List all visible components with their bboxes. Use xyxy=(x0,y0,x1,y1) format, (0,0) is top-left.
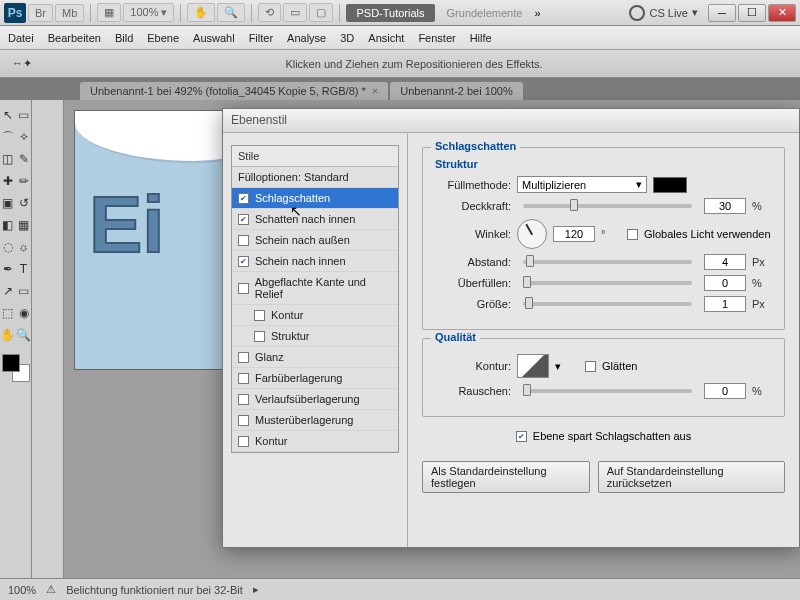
zoom-select[interactable]: 100% ▾ xyxy=(123,3,174,22)
glatten-checkbox[interactable] xyxy=(585,361,596,372)
checkbox-icon[interactable] xyxy=(254,310,265,321)
path-tool[interactable]: ↗ xyxy=(0,280,16,302)
abstand-input[interactable]: 4 xyxy=(704,254,746,270)
workspace-more[interactable]: » xyxy=(534,7,540,19)
grosse-input[interactable]: 1 xyxy=(704,296,746,312)
checkbox-icon[interactable] xyxy=(238,283,249,294)
screen-mode-icon[interactable]: ▢ xyxy=(309,3,333,22)
checkbox-icon[interactable] xyxy=(238,193,249,204)
rauschen-slider[interactable] xyxy=(523,389,692,393)
checkbox-icon[interactable] xyxy=(238,235,249,246)
heal-tool[interactable]: ✚ xyxy=(0,170,16,192)
close-icon[interactable]: × xyxy=(372,85,378,97)
style-schein-aussen[interactable]: Schein nach außen xyxy=(232,230,398,251)
checkbox-icon[interactable] xyxy=(238,256,249,267)
style-fulloptions[interactable]: Fülloptionen: Standard xyxy=(232,167,398,188)
zoom-tool[interactable]: 🔍 xyxy=(16,324,32,346)
menu-ebene[interactable]: Ebene xyxy=(147,32,179,44)
pen-tool[interactable]: ✒ xyxy=(0,258,16,280)
wand-tool[interactable]: ✧ xyxy=(16,126,32,148)
uberfullen-input[interactable]: 0 xyxy=(704,275,746,291)
style-kontur-sub[interactable]: Kontur xyxy=(232,305,398,326)
hand-tool[interactable]: ✋ xyxy=(0,324,16,346)
mini-bridge-button[interactable]: Mb xyxy=(55,4,84,22)
style-farbuberlagerung[interactable]: Farbüberlagerung xyxy=(232,368,398,389)
style-struktur-sub[interactable]: Struktur xyxy=(232,326,398,347)
document-tab-2[interactable]: Unbenannt-2 bei 100% xyxy=(390,82,523,100)
checkbox-icon[interactable] xyxy=(254,331,265,342)
abstand-slider[interactable] xyxy=(523,260,692,264)
window-maximize-button[interactable]: ☐ xyxy=(738,4,766,22)
eraser-tool[interactable]: ◧ xyxy=(0,214,16,236)
eyedropper-tool[interactable]: ✎ xyxy=(16,148,32,170)
menu-auswahl[interactable]: Auswahl xyxy=(193,32,235,44)
checkbox-icon[interactable] xyxy=(238,352,249,363)
rotate-icon[interactable]: ⟲ xyxy=(258,3,281,22)
document-tab-1[interactable]: Unbenannt-1 bei 492% (fotolia_34045 Kopi… xyxy=(80,82,388,100)
checkbox-icon[interactable] xyxy=(238,415,249,426)
chevron-down-icon[interactable]: ▾ xyxy=(555,360,561,373)
lasso-tool[interactable]: ⌒ xyxy=(0,126,16,148)
knockout-checkbox[interactable] xyxy=(516,431,527,442)
shape-tool[interactable]: ▭ xyxy=(16,280,32,302)
style-glanz[interactable]: Glanz xyxy=(232,347,398,368)
menu-bearbeiten[interactable]: Bearbeiten xyxy=(48,32,101,44)
hand-icon[interactable]: ✋ xyxy=(187,3,215,22)
menu-datei[interactable]: Datei xyxy=(8,32,34,44)
arrange-icon[interactable]: ▭ xyxy=(283,3,307,22)
make-default-button[interactable]: Als Standardeinstellung festlegen xyxy=(422,461,590,493)
type-tool[interactable]: T xyxy=(16,258,32,280)
global-light-checkbox[interactable] xyxy=(627,229,638,240)
fullmethode-select[interactable]: Multiplizieren▾ xyxy=(517,176,647,193)
checkbox-icon[interactable] xyxy=(238,436,249,447)
menu-filter[interactable]: Filter xyxy=(249,32,273,44)
3d-cam-tool[interactable]: ◉ xyxy=(16,302,32,324)
zoom-icon[interactable]: 🔍 xyxy=(217,3,245,22)
style-bevel[interactable]: Abgeflachte Kante und Relief xyxy=(232,272,398,305)
crop-tool[interactable]: ◫ xyxy=(0,148,16,170)
deckkraft-slider[interactable] xyxy=(523,204,692,208)
menu-bild[interactable]: Bild xyxy=(115,32,133,44)
history-brush-tool[interactable]: ↺ xyxy=(16,192,32,214)
move-tool[interactable]: ↖ xyxy=(0,104,16,126)
shadow-color-chip[interactable] xyxy=(653,177,687,193)
bridge-button[interactable]: Br xyxy=(28,4,53,22)
status-dropdown-icon[interactable]: ▸ xyxy=(253,583,259,596)
reset-default-button[interactable]: Auf Standardeinstellung zurücksetzen xyxy=(598,461,785,493)
window-minimize-button[interactable]: ─ xyxy=(708,4,736,22)
style-kontur[interactable]: Kontur xyxy=(232,431,398,452)
rauschen-input[interactable]: 0 xyxy=(704,383,746,399)
deckkraft-input[interactable]: 30 xyxy=(704,198,746,214)
color-swatches[interactable] xyxy=(2,354,30,382)
style-schein-innen[interactable]: Schein nach innen xyxy=(232,251,398,272)
checkbox-icon[interactable] xyxy=(238,394,249,405)
checkbox-icon[interactable] xyxy=(238,373,249,384)
status-zoom[interactable]: 100% xyxy=(8,584,36,596)
3d-tool[interactable]: ⬚ xyxy=(0,302,16,324)
menu-analyse[interactable]: Analyse xyxy=(287,32,326,44)
checkbox-icon[interactable] xyxy=(238,214,249,225)
fg-color-swatch[interactable] xyxy=(2,354,20,372)
grosse-slider[interactable] xyxy=(523,302,692,306)
cs-live-button[interactable]: CS Live ▾ xyxy=(621,3,706,23)
dodge-tool[interactable]: ☼ xyxy=(16,236,32,258)
workspace-tab-inactive[interactable]: Grundelemente xyxy=(437,4,533,22)
window-close-button[interactable]: ✕ xyxy=(768,4,796,22)
style-musteruberlagerung[interactable]: Musterüberlagerung xyxy=(232,410,398,431)
brush-tool[interactable]: ✏ xyxy=(16,170,32,192)
marquee-tool[interactable]: ▭ xyxy=(16,104,32,126)
workspace-tab-active[interactable]: PSD-Tutorials xyxy=(346,4,434,22)
menu-hilfe[interactable]: Hilfe xyxy=(470,32,492,44)
winkel-input[interactable]: 120 xyxy=(553,226,595,242)
menu-fenster[interactable]: Fenster xyxy=(418,32,455,44)
style-schlagschatten[interactable]: Schlagschatten xyxy=(232,188,398,209)
layout-icon[interactable]: ▦ xyxy=(97,3,121,22)
menu-3d[interactable]: 3D xyxy=(340,32,354,44)
uberfullen-slider[interactable] xyxy=(523,281,692,285)
style-verlaufsuberlagerung[interactable]: Verlaufsüberlagerung xyxy=(232,389,398,410)
gradient-tool[interactable]: ▦ xyxy=(16,214,32,236)
contour-picker[interactable] xyxy=(517,354,549,378)
blur-tool[interactable]: ◌ xyxy=(0,236,16,258)
menu-ansicht[interactable]: Ansicht xyxy=(368,32,404,44)
style-schatten-innen[interactable]: Schatten nach innen xyxy=(232,209,398,230)
